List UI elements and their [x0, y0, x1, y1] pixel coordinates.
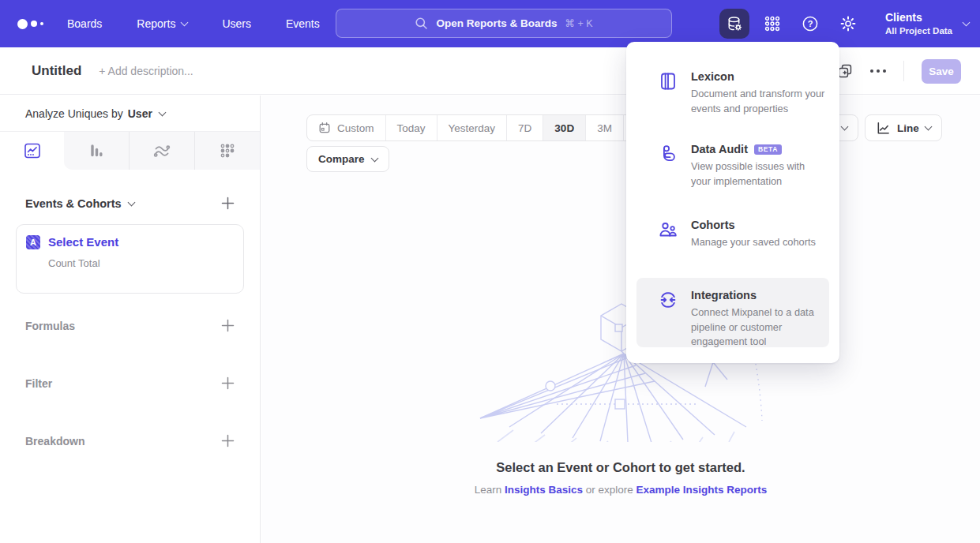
- tab-metrics[interactable]: [194, 132, 260, 170]
- visualization-tabs: [0, 132, 260, 170]
- add-formula-button[interactable]: [221, 319, 235, 332]
- menu-item-cohorts[interactable]: Cohorts Manage your saved cohorts: [626, 219, 839, 250]
- chevron-down-icon: [127, 198, 135, 206]
- line-chart-icon: [23, 141, 42, 160]
- org-name: Clients: [885, 11, 952, 25]
- main-nav: Boards Reports Users Events: [67, 17, 320, 30]
- query-sidebar: Analyze Uniques by User: [0, 95, 261, 543]
- add-breakdown-button[interactable]: [221, 434, 235, 448]
- breakdown-section: Breakdown: [25, 434, 235, 448]
- line-chart-icon: [876, 121, 891, 136]
- plus-icon: [221, 319, 235, 332]
- select-event-label[interactable]: Select Event: [48, 234, 118, 251]
- add-description[interactable]: + Add description...: [99, 65, 193, 77]
- lexicon-icon: [658, 71, 678, 92]
- menu-title: Data Audit BETA: [691, 143, 827, 156]
- apps-grid-button[interactable]: [757, 9, 787, 39]
- menu-description: View possible issues with your implement…: [691, 159, 827, 189]
- event-card[interactable]: A Select Event Count Total: [16, 224, 244, 294]
- empty-prefix: Learn: [475, 484, 505, 496]
- menu-description: Document and transform your events and p…: [691, 87, 827, 116]
- chart-type-label: Line: [897, 122, 919, 134]
- chevron-down-icon: [370, 154, 378, 162]
- search-placeholder: Open Reports & Boards: [436, 17, 557, 29]
- more-options-button[interactable]: [870, 69, 886, 73]
- nav-boards[interactable]: Boards: [67, 17, 102, 30]
- plus-icon: [221, 376, 235, 390]
- plus-icon: [221, 197, 235, 210]
- range-30d[interactable]: 30D: [543, 115, 585, 140]
- formulas-section: Formulas: [25, 319, 235, 332]
- project-switcher[interactable]: Clients All Project Data: [885, 11, 969, 36]
- filter-section: Filter: [25, 376, 235, 390]
- menu-item-integrations[interactable]: Integrations Connect Mixpanel to a data …: [636, 278, 829, 347]
- formulas-label: Formulas: [25, 320, 75, 332]
- analyze-value-dropdown[interactable]: User: [128, 107, 152, 120]
- report-actions: Save: [837, 47, 961, 95]
- range-3m[interactable]: 3M: [585, 115, 623, 140]
- cohorts-icon: [658, 219, 678, 240]
- nav-events[interactable]: Events: [286, 17, 320, 30]
- data-management-menu: Lexicon Document and transform your even…: [626, 42, 839, 363]
- settings-button[interactable]: [833, 9, 863, 39]
- tab-line-chart[interactable]: [0, 132, 64, 170]
- flow-chart-icon: [152, 141, 171, 160]
- svg-text:?: ?: [808, 19, 813, 28]
- menu-item-data-audit[interactable]: Data Audit BETA View possible issues wit…: [626, 143, 839, 189]
- empty-middle: or explore: [583, 484, 636, 496]
- breakdown-label: Breakdown: [25, 435, 84, 448]
- tab-bar-chart[interactable]: [64, 132, 129, 170]
- beta-badge: BETA: [754, 144, 782, 155]
- report-title[interactable]: Untitled: [32, 63, 81, 79]
- chevron-down-icon: [963, 19, 971, 27]
- global-search[interactable]: Open Reports & Boards ⌘ + K: [336, 9, 672, 38]
- mixpanel-logo[interactable]: [17, 19, 43, 29]
- tab-flow-chart[interactable]: [129, 132, 194, 170]
- chevron-down-icon: [924, 123, 932, 131]
- visualization-tabs-inactive: [64, 132, 260, 170]
- insights-basics-link[interactable]: Insights Basics: [505, 484, 583, 496]
- nav-users[interactable]: Users: [222, 17, 251, 30]
- range-custom[interactable]: Custom: [307, 115, 385, 140]
- nav-reports[interactable]: Reports: [137, 17, 187, 30]
- save-button[interactable]: Save: [922, 59, 961, 84]
- menu-title-text: Data Audit: [691, 143, 748, 156]
- range-7d[interactable]: 7D: [506, 115, 543, 140]
- plus-icon: [221, 434, 235, 448]
- add-event-button[interactable]: [221, 197, 235, 210]
- empty-state-subtext: Learn Insights Basics or explore Example…: [261, 484, 980, 496]
- menu-description: Connect Mixpanel to a data pipeline or c…: [691, 305, 818, 350]
- chevron-down-icon: [181, 19, 189, 27]
- series-badge: A: [26, 235, 40, 249]
- add-filter-button[interactable]: [221, 376, 235, 390]
- mixpanel-insights-app: Boards Reports Users Events Open Reports…: [0, 0, 980, 543]
- data-management-icon: [726, 15, 743, 32]
- filter-label: Filter: [25, 377, 52, 390]
- help-icon: ?: [802, 15, 819, 32]
- duplicate-icon[interactable]: [837, 63, 853, 79]
- range-yesterday[interactable]: Yesterday: [437, 115, 507, 140]
- events-cohorts-header: Events & Cohorts: [25, 197, 235, 210]
- chart-type-dropdown[interactable]: Line: [865, 114, 942, 141]
- example-reports-link[interactable]: Example Insights Reports: [636, 484, 768, 496]
- chart-area: Custom Today Yesterday 7D 30D 3M 6M Comp…: [261, 95, 980, 543]
- date-range-control: Custom Today Yesterday 7D 30D 3M 6M: [306, 114, 662, 141]
- top-nav: Boards Reports Users Events Open Reports…: [0, 0, 980, 47]
- calendar-icon: [318, 122, 331, 134]
- menu-item-lexicon[interactable]: Lexicon Document and transform your even…: [626, 70, 839, 116]
- gear-icon: [839, 15, 857, 32]
- menu-title: Lexicon: [691, 70, 827, 84]
- nav-reports-label: Reports: [137, 17, 175, 30]
- apps-grid-icon: [764, 15, 781, 32]
- range-custom-label: Custom: [337, 122, 374, 134]
- project-name: All Project Data: [885, 25, 952, 36]
- chevron-down-icon: [158, 108, 166, 116]
- compare-dropdown[interactable]: Compare: [306, 146, 389, 172]
- data-management-button[interactable]: [719, 9, 749, 39]
- events-cohorts-label[interactable]: Events & Cohorts: [25, 197, 122, 210]
- count-total-dropdown[interactable]: Count Total: [48, 257, 118, 269]
- menu-description: Manage your saved cohorts: [691, 235, 827, 250]
- help-button[interactable]: ?: [795, 9, 825, 39]
- analyze-row: Analyze Uniques by User: [0, 95, 260, 132]
- range-today[interactable]: Today: [385, 115, 437, 140]
